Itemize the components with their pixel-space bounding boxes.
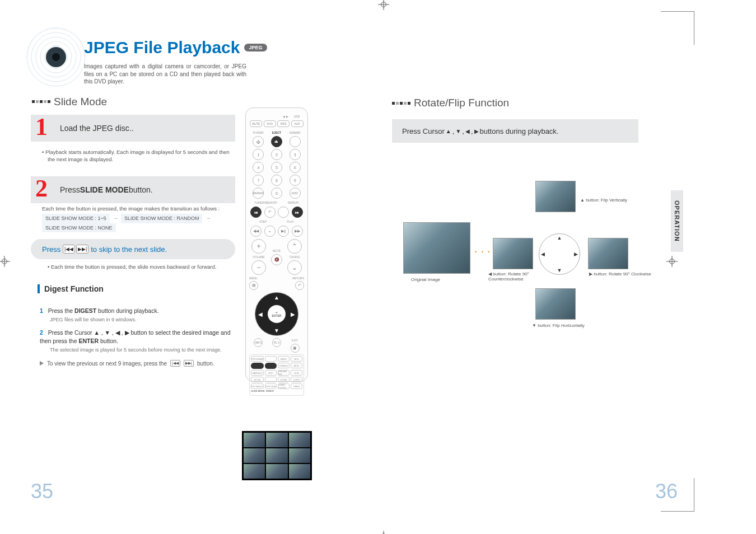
d2-a: Press the Cursor (48, 329, 94, 336)
remote-dpad-down[interactable]: ▼ (274, 327, 279, 334)
step-1-heading: Load the JPEG disc.. (31, 115, 235, 142)
remote-btn-menu[interactable]: ▤ (249, 281, 258, 290)
rc-logo[interactable]: LOGO (291, 377, 302, 382)
step-2-heading: Press SLIDE MODE button. (31, 176, 235, 203)
rc-program[interactable]: PROGRAM (251, 356, 264, 362)
remote-btn-vol-up[interactable]: + (251, 239, 266, 254)
remote-btn-mute[interactable]: 🔇 (271, 254, 282, 265)
flip-vertical-label: ▲ button: Flip Vertically (580, 198, 647, 203)
remote-btn-ff[interactable]: ▶▶ (292, 226, 303, 237)
remote-btn-enter[interactable]: ↵ENTER (268, 305, 286, 323)
svg-point-7 (52, 53, 60, 61)
remote-btn-3[interactable]: 3 (290, 149, 301, 160)
rc-distance[interactable]: DISTANCE (251, 383, 264, 389)
remote-btn-skipfwd[interactable]: ⏭ (292, 207, 303, 218)
side-tab-label: OPERATION (674, 200, 680, 242)
remote-btn-eject[interactable]: ⏏ (271, 136, 282, 147)
rc-sub[interactable]: SUB (291, 370, 302, 376)
remote-btn-9[interactable]: 9 (290, 175, 301, 186)
remote-dpad-up[interactable]: ▲ (274, 294, 279, 301)
arrow-right-icon: ▶ (474, 128, 479, 134)
remote-btn-vol-down[interactable]: − (251, 260, 266, 275)
note-a: To view the previous or next 9 images, p… (47, 360, 167, 367)
remote-btn-stop[interactable]: ▪ (264, 226, 276, 237)
digest-list: 1 Press the DIGEST button during playbac… (40, 307, 236, 367)
rc-testone[interactable]: TESTONE (265, 383, 277, 389)
remote-btn-mute-top[interactable]: MUTE (250, 120, 262, 127)
remote-dpad-right[interactable]: ▶ (291, 311, 295, 317)
remote-btn-plii[interactable]: PL II (272, 338, 281, 347)
remote-btn-1[interactable]: 1 (253, 149, 264, 160)
digest-item-2: 2 Press the Cursor ▲ , ▼ , ◀ , ▶ button … (40, 329, 236, 353)
slide-mode-label: Slide Mode (54, 96, 107, 108)
remote-btn-2[interactable]: 2 (271, 149, 282, 160)
remote-btn-return[interactable]: ↶ (295, 281, 304, 290)
remote-btn-exit[interactable]: ▣ (291, 344, 300, 353)
remote-btn-rew[interactable]: ◀◀ (250, 226, 262, 237)
remote-btn-6[interactable]: 6 (290, 162, 301, 173)
step-1-text: • Playback starts automatically. Each im… (42, 149, 230, 162)
step-1-body: • Playback starts automatically. Each im… (31, 142, 235, 170)
rc-digest[interactable] (265, 363, 277, 369)
rc-bass[interactable]: BASS (278, 356, 290, 362)
remote-btn-aux[interactable]: AUX (291, 120, 304, 127)
skip-pill: Press |◀◀ ▶▶| to skip to the next slide.… (31, 239, 235, 270)
step-2-text-c: button. (129, 185, 153, 194)
rc-bandeq[interactable]: BANDEQ (251, 370, 264, 376)
remote-lbl-arrows: ◀ ▶ (283, 115, 288, 118)
remote-dpad-left[interactable]: ◀ (258, 311, 263, 317)
disk-up-icon: ▲ (557, 235, 562, 241)
rc-timer[interactable]: TIMER (291, 383, 302, 389)
rc-bfs2[interactable]: BFS2 (291, 363, 302, 368)
pill-sub: • Each time the button is pressed, the s… (31, 259, 235, 270)
cursor-disk: ▲ ▼ ◀ ▶ (539, 233, 580, 275)
remote-lbl-tuning: TUNING (289, 255, 300, 259)
rc-repeatab[interactable]: REPEAT A-B (278, 370, 290, 376)
remote-btn-skipback[interactable]: ⏮ (250, 207, 262, 218)
page-number-left: 35 (31, 480, 53, 503)
remote-btn-5[interactable]: 5 (271, 162, 282, 173)
rc-zoom[interactable]: ZOOM (278, 377, 290, 382)
page-title: JPEG File Playback (84, 38, 240, 57)
d1-a: Press the (48, 307, 74, 314)
remote-btn-info[interactable]: INFO (254, 338, 263, 347)
flip-horizontal-image (535, 288, 576, 320)
remote-btn-remain[interactable]: REMAIN (253, 188, 264, 199)
rc-dsp[interactable]: DSP (265, 370, 277, 376)
rc-slidemode[interactable] (251, 363, 264, 369)
step-2-number: 2 (35, 174, 48, 203)
digest-heading: Digest Function (38, 284, 361, 293)
remote-btn-playpause[interactable]: ▶|| (278, 226, 289, 237)
d2-d: button. (99, 338, 118, 344)
rc-slow[interactable]: SLOW (251, 377, 264, 382)
rc-treble[interactable]: TREBLE (278, 363, 290, 368)
rc-empty1[interactable] (265, 356, 277, 362)
jpeg-badge: JPEG (244, 44, 267, 51)
remote-btn-tune2[interactable] (278, 207, 289, 218)
remote-btn-disc[interactable]: DISC (290, 188, 301, 199)
remote-btn-tune1[interactable]: ↶ (264, 207, 276, 218)
rc-bfs[interactable]: BFS (291, 356, 302, 362)
remote-lbl-tunemem: TUNER/MEMORY (254, 201, 277, 204)
remote-btn-0[interactable]: 0 (271, 188, 282, 199)
pill-text-b: to skip to the next slide. (91, 245, 167, 254)
remote-btn-power[interactable]: ⏻ (253, 136, 264, 147)
skip-back-icon: |◀◀ (63, 245, 75, 254)
remote-btn-dimmer[interactable] (290, 136, 301, 147)
transition-intro: Each time the button is pressed, the ima… (42, 204, 361, 213)
remote-btn-tune-up[interactable]: ⌃ (287, 239, 302, 254)
remote-btn-rds[interactable]: RDS (277, 120, 290, 127)
right-page: Rotate/Flip Function Press Cursor ▲, ▼, … (392, 87, 650, 316)
remote-lbl-menu: MENU (249, 277, 258, 280)
remote-lbl-return: RETURN (292, 277, 304, 280)
remote-btn-4[interactable]: 4 (253, 162, 264, 173)
rc-timerclock[interactable]: TIMER CLOCK (278, 383, 290, 389)
crop-mark (372, 525, 395, 534)
remote-btn-8[interactable]: 8 (271, 175, 282, 186)
remote-btn-tune-down[interactable]: ⌄ (287, 260, 302, 275)
rc-empty2[interactable] (265, 377, 277, 382)
skip-icons: |◀◀ ▶▶| (63, 245, 88, 254)
remote-btn-dvd[interactable]: DVD (264, 120, 276, 127)
remote-btn-7[interactable]: 7 (253, 175, 264, 186)
remote-bottom-grid: PROGRAMBASSBFS TREBLEBFS2 BANDEQDSPREPEA… (249, 354, 304, 396)
